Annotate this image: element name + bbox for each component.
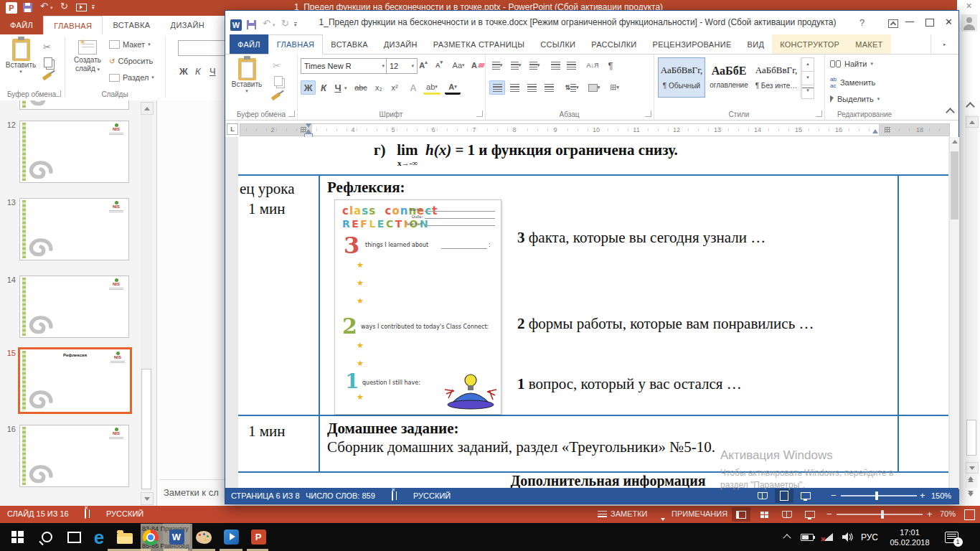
next-slide-button[interactable]: [968, 491, 974, 496]
print-layout-button[interactable]: [775, 489, 793, 503]
input-language-indicator[interactable]: РУС: [858, 523, 881, 551]
tab-scroll-right[interactable]: ▸: [930, 34, 958, 54]
slide-preview[interactable]: NIS: [19, 425, 129, 487]
grow-font-button[interactable]: А▴: [416, 59, 430, 72]
strikethrough-button[interactable]: abc: [352, 80, 370, 95]
copy-icon[interactable]: [274, 76, 283, 86]
font-color-button[interactable]: А▾: [445, 80, 461, 95]
collapse-ribbon-icon[interactable]: [966, 102, 975, 111]
powerpoint-taskbar-icon[interactable]: P: [245, 523, 272, 551]
show-marks-button[interactable]: ¶: [604, 59, 617, 72]
battery-icon[interactable]: [798, 523, 816, 551]
borders-button[interactable]: ▾: [606, 80, 624, 95]
web-layout-button[interactable]: [796, 489, 815, 503]
page-indicator[interactable]: СТРАНИЦА 6 ИЗ 8: [231, 491, 300, 500]
ribbon-display-options-icon[interactable]: [888, 19, 898, 28]
pp-tab-design[interactable]: ДИЗАЙН: [161, 16, 215, 34]
file-explorer-taskbar-icon[interactable]: [111, 523, 138, 551]
tab-home[interactable]: ГЛАВНАЯ: [268, 34, 324, 55]
network-icon[interactable]: ✕: [818, 523, 837, 551]
tab-review[interactable]: РЕЦЕНЗИРОВАНИЕ: [645, 34, 740, 54]
notes-pane[interactable]: Заметки к сл: [159, 479, 225, 507]
bold-button[interactable]: Ж: [301, 80, 316, 95]
pp-underline-button[interactable]: Ч: [209, 66, 216, 77]
proofing-status-icon[interactable]: ✕: [392, 491, 393, 501]
horizontal-ruler[interactable]: 24567891011121314151618: [240, 123, 950, 136]
text-effects-button[interactable]: А: [406, 80, 420, 95]
styles-scroll-down[interactable]: ▾: [801, 71, 814, 85]
pp-tab-home[interactable]: ГЛАВНАЯ: [43, 16, 103, 35]
styles-scroll-up[interactable]: ▴: [801, 57, 814, 72]
pp-zoom-in[interactable]: +: [927, 509, 933, 519]
language-indicator[interactable]: РУССКИЙ: [413, 491, 451, 500]
line-spacing-button[interactable]: ⇅▾: [562, 80, 581, 95]
align-right-button[interactable]: [524, 80, 540, 95]
dialog-launcher-icon[interactable]: [816, 110, 822, 117]
help-icon[interactable]: ?: [859, 17, 864, 28]
zoom-out[interactable]: −: [831, 490, 837, 501]
pp-zoom-level[interactable]: 70%: [940, 509, 956, 518]
word-count[interactable]: ЧИСЛО СЛОВ: 859: [306, 491, 375, 500]
tray-expand-button[interactable]: [778, 523, 796, 551]
start-button[interactable]: [4, 523, 31, 551]
homework-text[interactable]: Сборник домашних заданий, раздел «Треуго…: [327, 438, 715, 456]
reflection-item-3[interactable]: 3 факта, которые вы сегодня узнали …: [517, 229, 765, 247]
shading-button[interactable]: ▾: [585, 80, 603, 95]
slide-preview[interactable]: NISРефлексия: [18, 347, 132, 414]
tab-mailings[interactable]: РАССЫЛКИ: [583, 34, 644, 54]
account-avatar[interactable]: [961, 14, 977, 32]
decrease-indent-button[interactable]: [548, 59, 562, 72]
pp-tab-insert[interactable]: ВСТАВКА: [103, 16, 160, 34]
format-painter-icon[interactable]: [271, 93, 281, 101]
zoom-in[interactable]: +: [920, 490, 925, 501]
tab-insert[interactable]: ВСТАВКА: [323, 34, 375, 54]
volume-icon[interactable]: [838, 523, 857, 551]
highlight-color-button[interactable]: ab▾: [423, 80, 440, 95]
view-slide-sorter-button[interactable]: [755, 507, 773, 522]
pp-zoom-out[interactable]: −: [826, 509, 832, 519]
redo-icon[interactable]: ↻: [60, 1, 68, 11]
save-icon[interactable]: [247, 20, 256, 29]
tab-table-design[interactable]: КОНСТРУКТОР: [772, 34, 847, 54]
slide-preview[interactable]: NIS: [19, 276, 129, 338]
table-cell-stage[interactable]: ец урока: [240, 180, 295, 198]
media-player-taskbar-icon[interactable]: [217, 523, 245, 551]
pp-scroll-down[interactable]: [966, 462, 979, 474]
pp-scroll-up[interactable]: [966, 116, 979, 128]
pp-bold-button[interactable]: Ж: [179, 66, 188, 77]
zoom-level[interactable]: 150%: [931, 491, 951, 500]
underline-button[interactable]: Ч: [331, 80, 344, 95]
style-toc[interactable]: АаБбЕ оглавление: [705, 57, 753, 98]
pp-language-indicator[interactable]: РУССКИЙ: [106, 509, 143, 518]
slide-preview[interactable]: NIS: [19, 121, 129, 183]
slideshow-icon[interactable]: [76, 4, 87, 11]
thumbs-scroll-thumb[interactable]: [141, 369, 151, 489]
tab-file[interactable]: ФАЙЛ: [230, 34, 268, 54]
reflection-card-image[interactable]: class connect REFLECTION Name: Date: Tea…: [334, 199, 501, 415]
zoom-slider[interactable]: [841, 495, 917, 496]
find-button[interactable]: Найти▾: [830, 60, 873, 68]
clear-formatting-button[interactable]: А: [471, 59, 485, 72]
slide-thumbnail-partial[interactable]: [19, 100, 129, 110]
dialog-launcher-icon[interactable]: [55, 90, 61, 97]
reflection-item-1[interactable]: 1 вопрос, который у вас остался …: [517, 375, 742, 393]
select-button[interactable]: Выделить▾: [830, 95, 880, 103]
styles-more-button[interactable]: ▾: [801, 85, 814, 99]
view-reading-button[interactable]: [778, 507, 796, 522]
cut-icon[interactable]: ✂: [273, 60, 281, 71]
right-indent-marker[interactable]: [872, 129, 878, 133]
view-normal-button[interactable]: [732, 507, 750, 522]
word-scroll-thumb[interactable]: [951, 151, 958, 220]
word-vertical-scrollbar[interactable]: [949, 137, 959, 489]
formula-line[interactable]: г) lim h(x) = 1 и функция ограничена сни…: [374, 141, 678, 159]
align-left-button[interactable]: [489, 80, 505, 95]
maximize-icon[interactable]: [925, 19, 934, 27]
change-case-button[interactable]: Аа▾: [449, 59, 468, 72]
tab-view[interactable]: ВИД: [740, 34, 773, 54]
document-page[interactable]: г) lim h(x) = 1 и функция ограничена сни…: [238, 137, 948, 489]
notes-toggle-icon[interactable]: [598, 511, 607, 518]
read-mode-button[interactable]: [753, 489, 772, 503]
tab-selector[interactable]: L: [227, 123, 238, 135]
collapse-ribbon-icon[interactable]: [946, 108, 955, 117]
homework-heading[interactable]: Домашнее задание:: [327, 420, 459, 438]
